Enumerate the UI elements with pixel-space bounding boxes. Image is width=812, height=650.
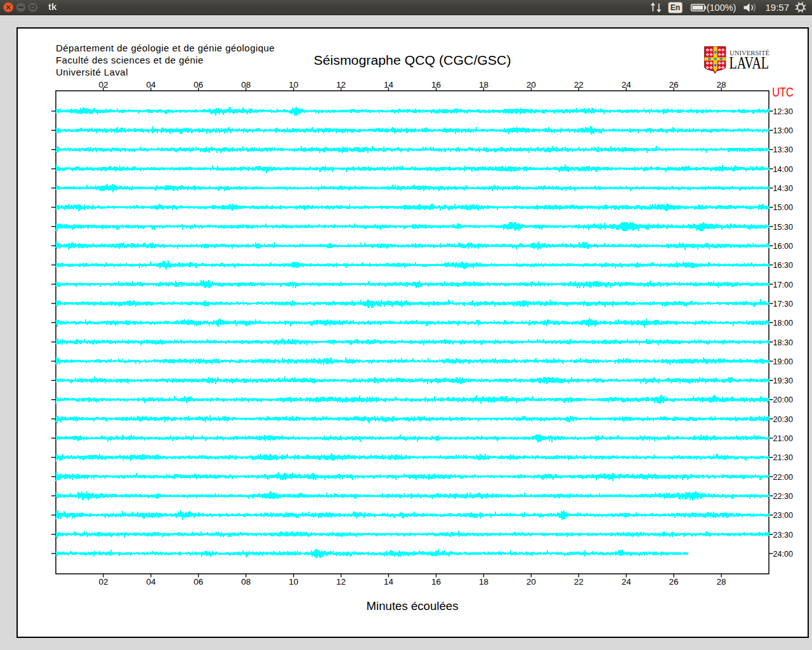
svg-text:En: En	[671, 3, 680, 12]
svg-text:20:00: 20:00	[773, 395, 794, 404]
svg-text:Minutes écoulées: Minutes écoulées	[367, 600, 459, 613]
svg-text:22: 22	[574, 577, 584, 587]
svg-text:02: 02	[98, 80, 108, 90]
svg-text:06: 06	[193, 577, 203, 587]
svg-text:26: 26	[669, 577, 679, 587]
svg-text:UTC: UTC	[772, 85, 794, 99]
svg-text:19:57: 19:57	[766, 2, 790, 13]
svg-text:16:30: 16:30	[773, 260, 794, 270]
svg-text:22:00: 22:00	[773, 472, 794, 482]
svg-text:16: 16	[431, 80, 441, 90]
svg-text:28: 28	[717, 577, 726, 587]
svg-text:26: 26	[669, 80, 679, 90]
svg-text:21:00: 21:00	[773, 434, 794, 443]
svg-text:08: 08	[241, 577, 251, 587]
svg-text:Séismographe QCQ (CGC/GSC): Séismographe QCQ (CGC/GSC)	[314, 53, 511, 67]
svg-text:14:00: 14:00	[773, 164, 794, 174]
svg-text:(100%): (100%)	[707, 3, 737, 13]
svg-text:13:30: 13:30	[773, 145, 794, 154]
svg-text:12:30: 12:30	[773, 107, 794, 116]
svg-text:14: 14	[384, 80, 394, 90]
svg-text:18:00: 18:00	[773, 318, 794, 328]
svg-text:24: 24	[622, 80, 632, 90]
svg-text:24:00: 24:00	[773, 549, 794, 559]
svg-text:14: 14	[384, 577, 394, 587]
svg-text:19:30: 19:30	[773, 376, 794, 385]
svg-text:04: 04	[146, 80, 156, 90]
svg-text:20:30: 20:30	[773, 415, 794, 424]
svg-text:18: 18	[479, 80, 488, 90]
svg-text:20: 20	[527, 80, 536, 90]
svg-text:08: 08	[241, 80, 251, 90]
svg-text:02: 02	[98, 577, 108, 587]
svg-text:22: 22	[574, 80, 584, 90]
svg-text:23:00: 23:00	[773, 510, 794, 520]
svg-text:16: 16	[431, 577, 441, 587]
svg-text:12: 12	[336, 577, 346, 587]
svg-text:28: 28	[717, 80, 726, 90]
svg-text:21:30: 21:30	[773, 453, 794, 462]
svg-text:24: 24	[622, 577, 632, 587]
svg-text:19:00: 19:00	[773, 357, 794, 366]
svg-text:10: 10	[289, 577, 298, 587]
svg-text:12: 12	[336, 80, 346, 90]
svg-text:20: 20	[527, 577, 536, 587]
svg-text:17:00: 17:00	[773, 280, 794, 289]
svg-text:18:30: 18:30	[773, 338, 794, 347]
svg-text:15:30: 15:30	[773, 222, 794, 232]
svg-text:16:00: 16:00	[773, 241, 794, 251]
svg-text:15:00: 15:00	[773, 202, 794, 212]
svg-text:14:30: 14:30	[773, 183, 794, 193]
svg-text:LAVAL: LAVAL	[730, 53, 769, 72]
svg-text:17:30: 17:30	[773, 299, 794, 308]
svg-text:06: 06	[193, 80, 203, 90]
svg-text:18: 18	[479, 577, 488, 587]
svg-text:22:30: 22:30	[773, 491, 794, 501]
svg-text:23:30: 23:30	[773, 530, 794, 540]
svg-text:04: 04	[146, 577, 156, 587]
svg-text:13:00: 13:00	[773, 126, 794, 135]
svg-text:10: 10	[289, 80, 298, 90]
